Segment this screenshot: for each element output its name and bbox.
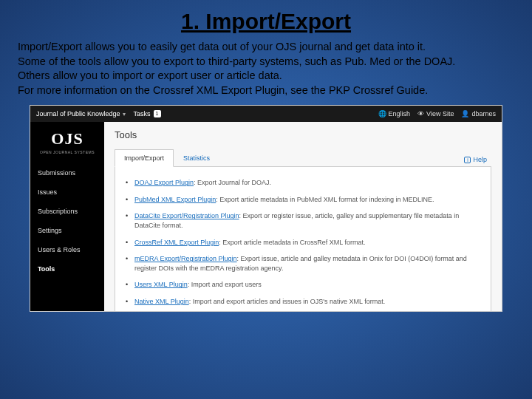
tasks-count-badge: 1 — [154, 110, 161, 117]
plugin-link-doaj[interactable]: DOAJ Export Plugin — [134, 179, 194, 186]
help-label: Help — [473, 156, 487, 163]
topbar: Journal of Public Knowledge ▾ Tasks 1 🌐 … — [30, 106, 502, 122]
plugin-link-users-xml[interactable]: Users XML Plugin — [134, 281, 188, 288]
list-item: DOAJ Export Plugin: Export Journal for D… — [126, 174, 480, 191]
plugin-list: DOAJ Export Plugin: Export Journal for D… — [126, 174, 480, 310]
list-item: Native XML Plugin: Import and export art… — [126, 293, 480, 310]
plugin-desc: Import and export users — [191, 281, 262, 288]
plugin-desc: Export Journal for DOAJ. — [197, 179, 271, 186]
slide-title: 1. Import/Export — [18, 9, 514, 34]
ojs-logo: OJS — [30, 126, 104, 150]
plugin-link-pubmed[interactable]: PubMed XML Export Plugin — [134, 196, 216, 203]
view-site-label: View Site — [426, 110, 454, 117]
tab-import-export[interactable]: Import/Export — [115, 149, 174, 167]
sidebar-item-tools[interactable]: Tools — [30, 259, 104, 279]
help-icon: i — [464, 157, 471, 163]
journal-title[interactable]: Journal of Public Knowledge — [36, 110, 120, 117]
slide-description: Import/Export allows you to easily get d… — [18, 40, 514, 98]
ojs-logo-subtitle: OPEN JOURNAL SYSTEMS — [30, 150, 104, 154]
sidebar-item-users-roles[interactable]: Users & Roles — [30, 240, 104, 259]
chevron-down-icon: ▾ — [123, 111, 126, 117]
plugin-desc: Import and export articles and issues in… — [193, 298, 386, 305]
view-site-link[interactable]: 👁 View Site — [417, 110, 454, 117]
list-item: DataCite Export/Registration Plugin: Exp… — [126, 208, 480, 233]
sidebar-item-submissions[interactable]: Submissions — [30, 163, 104, 183]
sidebar: OJS OPEN JOURNAL SYSTEMS Submissions Iss… — [30, 122, 104, 311]
plugin-desc: Export article metadata in PubMed XML fo… — [219, 196, 434, 203]
tab-bar: Import/Export Statistics i Help — [115, 149, 491, 167]
globe-icon: 🌐 — [378, 110, 386, 117]
username-label: dbarnes — [471, 110, 496, 117]
tasks-label: Tasks — [134, 110, 151, 117]
plugin-link-datacite[interactable]: DataCite Export/Registration Plugin — [134, 212, 239, 219]
plugin-link-medra[interactable]: mEDRA Export/Registration Plugin — [134, 255, 237, 262]
list-item: CrossRef XML Export Plugin: Export artic… — [126, 234, 480, 251]
plugin-desc: Export article metadata in CrossRef XML … — [222, 239, 365, 246]
plugin-link-crossref[interactable]: CrossRef XML Export Plugin — [134, 239, 219, 246]
sidebar-item-issues[interactable]: Issues — [30, 183, 104, 202]
page-heading: Tools — [115, 129, 491, 140]
import-export-panel: DOAJ Export Plugin: Export Journal for D… — [115, 167, 491, 312]
language-label: English — [389, 110, 411, 117]
tasks-menu[interactable]: Tasks 1 — [134, 110, 161, 117]
ojs-screenshot: Journal of Public Knowledge ▾ Tasks 1 🌐 … — [30, 105, 502, 312]
plugin-link-native-xml[interactable]: Native XML Plugin — [134, 298, 189, 305]
language-menu[interactable]: 🌐 English — [378, 110, 411, 117]
user-menu[interactable]: 👤 dbarnes — [461, 110, 496, 117]
tab-statistics[interactable]: Statistics — [174, 149, 219, 166]
list-item: mEDRA Export/Registration Plugin: Export… — [126, 250, 480, 276]
eye-icon: 👁 — [417, 110, 424, 117]
list-item: PubMed XML Export Plugin: Export article… — [126, 191, 480, 208]
sidebar-item-subscriptions[interactable]: Subscriptions — [30, 202, 104, 221]
sidebar-item-settings[interactable]: Settings — [30, 221, 104, 240]
help-link[interactable]: i Help — [460, 153, 491, 166]
main-content: Tools Import/Export Statistics i Help DO… — [104, 122, 502, 311]
user-icon: 👤 — [461, 110, 469, 117]
list-item: Users XML Plugin: Import and export user… — [126, 276, 480, 293]
